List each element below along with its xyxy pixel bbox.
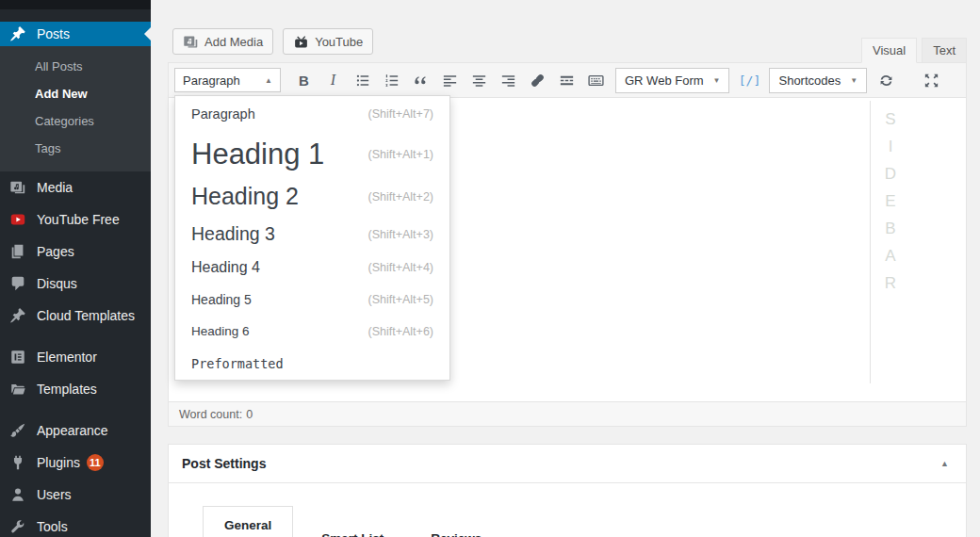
keyboard-button[interactable] — [581, 68, 611, 92]
tab-text[interactable]: Text — [922, 38, 967, 63]
sidebar-item-tools[interactable]: Tools — [0, 511, 151, 537]
sidebar-item-pages[interactable]: Pages — [0, 236, 151, 268]
menu-item-shortcut: (Shift+Alt+5) — [368, 293, 433, 306]
bold-button[interactable]: B — [289, 68, 318, 92]
menu-item-label: Heading 3 — [191, 223, 275, 245]
menu-item-shortcut: (Shift+Alt+2) — [368, 190, 433, 203]
sidebar-item-all-posts[interactable]: All Posts — [0, 53, 151, 80]
chevron-down-icon: ▼ — [713, 76, 721, 85]
keyboard-icon — [587, 72, 605, 90]
menu-item-paragraph[interactable]: Paragraph (Shift+Alt+7) — [175, 96, 449, 132]
sidebar-item-media[interactable]: Media — [0, 171, 151, 203]
media-icon — [8, 178, 27, 197]
sidebar-item-posts[interactable]: Posts — [0, 22, 151, 46]
fullscreen-button[interactable] — [917, 68, 946, 92]
youtube-insert-button[interactable]: YouTube — [283, 28, 373, 55]
menu-item-heading-2[interactable]: Heading 2 (Shift+Alt+2) — [175, 176, 449, 217]
sidebar-item-elementor[interactable]: Elementor — [0, 341, 151, 373]
menu-item-label: Heading 5 — [191, 292, 252, 307]
sidebar-item-categories[interactable]: Categories — [0, 107, 151, 135]
sidebar-item-label: Media — [37, 180, 73, 195]
menu-item-label: Heading 1 — [191, 138, 324, 171]
tab-visual[interactable]: Visual — [861, 38, 917, 63]
wrench-icon — [8, 517, 27, 536]
sidebar-item-add-new[interactable]: Add New — [0, 80, 151, 107]
menu-item-heading-5[interactable]: Heading 5 (Shift+Alt+5) — [175, 284, 449, 316]
sidebar-item-label: Cloud Templates — [37, 308, 135, 323]
menu-item-preformatted[interactable]: Preformatted — [175, 347, 449, 380]
menu-item-shortcut: (Shift+Alt+1) — [368, 148, 433, 161]
sidebar-item-tags[interactable]: Tags — [0, 135, 151, 162]
youtube-button-label: YouTube — [315, 35, 363, 49]
shortcodes-value: Shortcodes — [778, 73, 841, 88]
refresh-icon — [877, 72, 895, 90]
spacer — [168, 427, 967, 444]
link-button[interactable] — [523, 68, 552, 92]
align-left-button[interactable] — [435, 68, 465, 92]
chevron-up-icon: ▲ — [265, 76, 272, 85]
blockquote-icon — [412, 72, 430, 90]
link-icon — [529, 72, 547, 90]
sidebar-item-plugins[interactable]: Plugins 11 — [0, 447, 151, 479]
word-count-value: 0 — [246, 408, 253, 421]
numbered-list-icon — [383, 72, 400, 90]
shortcode-insert-button[interactable]: [/] — [734, 68, 764, 92]
placeholder-letter: D — [883, 165, 898, 184]
menu-item-shortcut: (Shift+Alt+3) — [368, 228, 433, 241]
tab-general[interactable]: General — [203, 506, 293, 537]
format-dropdown-menu: Paragraph (Shift+Alt+7) Heading 1 (Shift… — [174, 95, 450, 381]
gr-web-form-dropdown[interactable]: GR Web Form ▼ — [615, 68, 729, 93]
sidebar-item-appearance[interactable]: Appearance — [0, 415, 151, 447]
shortcode-icon: [/] — [739, 73, 760, 88]
italic-button[interactable]: I — [318, 68, 348, 92]
add-media-label: Add Media — [204, 35, 263, 49]
gr-web-form-value: GR Web Form — [625, 73, 704, 88]
menu-item-heading-6[interactable]: Heading 6 (Shift+Alt+6) — [175, 316, 449, 347]
pushpin-icon — [8, 306, 27, 325]
chevron-down-icon: ▼ — [850, 76, 858, 85]
align-center-button[interactable] — [465, 68, 494, 92]
bullet-list-icon — [353, 72, 371, 90]
tab-reviews[interactable]: Reviews — [412, 520, 500, 537]
blockquote-button[interactable] — [406, 68, 435, 92]
read-more-button[interactable] — [552, 68, 581, 92]
sidebar-item-label: Plugins — [37, 455, 80, 470]
elementor-icon — [8, 348, 27, 366]
tab-smart-list[interactable]: Smart List — [302, 520, 402, 537]
menu-item-heading-1[interactable]: Heading 1 (Shift+Alt+1) — [175, 132, 449, 176]
format-dropdown[interactable]: Paragraph ▲ — [174, 68, 281, 92]
sidebar-item-cloud-templates[interactable]: Cloud Templates — [0, 300, 151, 332]
bold-icon: B — [299, 73, 309, 89]
align-right-button[interactable] — [494, 68, 523, 92]
placeholder-letter: R — [883, 274, 898, 293]
admin-sidebar: Posts All Posts Add New Categories Tags … — [0, 0, 151, 537]
format-dropdown-value: Paragraph — [183, 73, 240, 88]
sidebar-item-youtube-free[interactable]: YouTube Free — [0, 203, 151, 236]
menu-item-heading-4[interactable]: Heading 4 (Shift+Alt+4) — [175, 252, 449, 284]
refresh-button[interactable] — [872, 68, 901, 92]
sidebar-item-users[interactable]: Users — [0, 479, 151, 511]
post-settings-header[interactable]: Post Settings ▲ — [169, 445, 966, 483]
sidebar-item-templates[interactable]: Templates — [0, 373, 151, 405]
fullscreen-icon — [923, 72, 940, 90]
menu-item-shortcut: (Shift+Alt+4) — [368, 261, 433, 274]
italic-icon: I — [331, 72, 335, 89]
menu-item-label: Heading 2 — [191, 183, 299, 210]
align-center-icon — [470, 72, 488, 90]
sidebar-item-label: Elementor — [37, 350, 97, 365]
media-button-bar: Add Media YouTube Visual Text — [168, 0, 967, 62]
align-left-icon — [441, 72, 459, 90]
numbered-list-button[interactable] — [377, 68, 406, 92]
bullet-list-button[interactable] — [348, 68, 377, 92]
menu-item-label: Heading 6 — [191, 324, 250, 338]
collapse-arrow-icon[interactable]: ▲ — [937, 455, 953, 472]
sidebar-placeholder-text: S I D E B A R — [883, 110, 898, 293]
sidebar-item-disqus[interactable]: Disqus — [0, 268, 151, 300]
shortcodes-dropdown[interactable]: Shortcodes ▼ — [769, 68, 867, 93]
media-icon — [183, 34, 199, 50]
menu-item-heading-3[interactable]: Heading 3 (Shift+Alt+3) — [175, 217, 449, 252]
add-media-button[interactable]: Add Media — [172, 28, 273, 55]
editor-toolbar: Paragraph ▲ B I — [169, 63, 966, 98]
editor-content-column: Add Media YouTube Visual Text Paragraph … — [151, 0, 980, 537]
word-count-label: Word count: — [179, 408, 242, 421]
